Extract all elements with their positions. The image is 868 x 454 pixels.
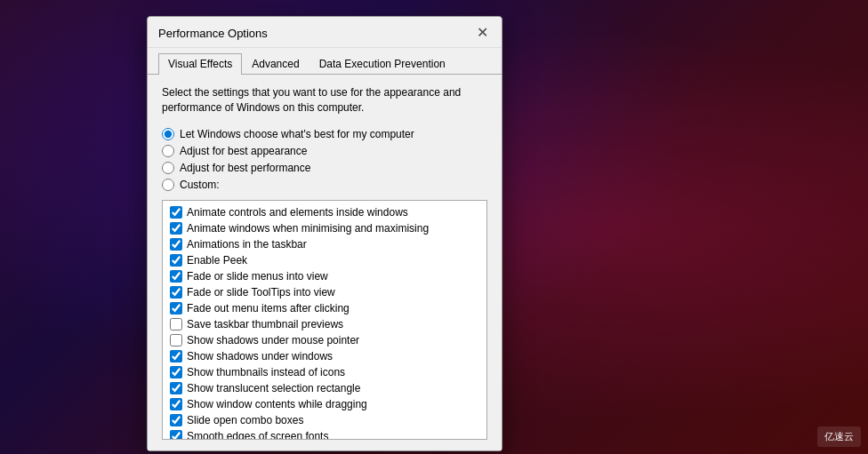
radio-custom-input[interactable] (162, 179, 174, 191)
checkbox-fade-menus-label: Fade or slide menus into view (187, 270, 328, 283)
checkbox-shadows-windows-input[interactable] (170, 350, 182, 362)
radio-let-windows-input[interactable] (162, 128, 174, 140)
checkbox-shadows-windows-label: Show shadows under windows (187, 350, 333, 362)
checkbox-enable-peek-input[interactable] (170, 254, 182, 267)
radio-let-windows[interactable]: Let Windows choose what's best for my co… (162, 128, 487, 140)
checkbox-animations-taskbar-input[interactable] (170, 238, 182, 251)
checkbox-smooth-fonts[interactable]: Smooth edges of screen fonts (163, 428, 486, 440)
checkbox-shadows-pointer[interactable]: Show shadows under mouse pointer (163, 332, 486, 348)
checkbox-fade-tooltips-input[interactable] (170, 286, 182, 299)
checkbox-shadows-windows[interactable]: Show shadows under windows (163, 348, 486, 364)
tab-content: Select the settings that you want to use… (148, 75, 502, 450)
checkbox-slide-combo-input[interactable] (170, 414, 182, 426)
checkbox-slide-combo-label: Slide open combo boxes (187, 414, 303, 426)
tab-advanced[interactable]: Advanced (242, 53, 309, 75)
checkbox-shadows-pointer-input[interactable] (170, 334, 182, 346)
checkbox-fade-menus-input[interactable] (170, 270, 182, 283)
checkbox-fade-menu-items-label: Fade out menu items after clicking (187, 302, 350, 315)
radio-custom[interactable]: Custom: (162, 179, 487, 191)
radio-best-appearance[interactable]: Adjust for best appearance (162, 145, 487, 157)
checkbox-taskbar-thumbnails-label: Save taskbar thumbnail previews (187, 318, 343, 331)
checkbox-animate-windows[interactable]: Animate windows when minimising and maxi… (163, 220, 486, 236)
dialog-title: Performance Options (158, 27, 268, 40)
radio-let-windows-label: Let Windows choose what's best for my co… (180, 128, 414, 140)
checkbox-animate-controls[interactable]: Animate controls and elements inside win… (163, 204, 486, 220)
checkbox-translucent-selection-input[interactable] (170, 382, 182, 394)
watermark-text: 亿速云 (824, 431, 854, 442)
checkbox-taskbar-thumbnails-input[interactable] (170, 318, 182, 331)
radio-group: Let Windows choose what's best for my co… (162, 128, 487, 191)
checkbox-animations-taskbar[interactable]: Animations in the taskbar (163, 236, 486, 252)
tab-strip: Visual Effects Advanced Data Execution P… (148, 48, 502, 75)
radio-custom-label: Custom: (180, 179, 220, 191)
radio-best-performance-label: Adjust for best performance (180, 162, 310, 174)
checkbox-slide-combo[interactable]: Slide open combo boxes (163, 412, 486, 428)
tab-data-execution[interactable]: Data Execution Prevention (309, 53, 455, 75)
watermark: 亿速云 (817, 426, 861, 447)
checkbox-window-contents-drag-input[interactable] (170, 398, 182, 410)
checkbox-translucent-selection[interactable]: Show translucent selection rectangle (163, 380, 486, 396)
checkbox-translucent-selection-label: Show translucent selection rectangle (187, 382, 360, 394)
checkbox-fade-menu-items[interactable]: Fade out menu items after clicking (163, 300, 486, 316)
description-text: Select the settings that you want to use… (162, 85, 487, 115)
checkbox-enable-peek[interactable]: Enable Peek (163, 252, 486, 268)
checkbox-animate-controls-input[interactable] (170, 206, 182, 219)
checkbox-thumbnails-icons[interactable]: Show thumbnails instead of icons (163, 364, 486, 380)
checkbox-animations-taskbar-label: Animations in the taskbar (187, 238, 307, 251)
checkbox-taskbar-thumbnails[interactable]: Save taskbar thumbnail previews (163, 316, 486, 332)
checkbox-fade-menus[interactable]: Fade or slide menus into view (163, 268, 486, 284)
close-button[interactable]: ✕ (473, 24, 491, 42)
checkbox-thumbnails-icons-input[interactable] (170, 366, 182, 378)
radio-best-performance-input[interactable] (162, 162, 174, 174)
checkbox-list[interactable]: Animate controls and elements inside win… (162, 200, 487, 440)
checkbox-animate-windows-label: Animate windows when minimising and maxi… (187, 222, 429, 235)
title-bar: Performance Options ✕ (148, 17, 502, 48)
radio-best-appearance-label: Adjust for best appearance (180, 145, 307, 157)
checkbox-shadows-pointer-label: Show shadows under mouse pointer (187, 334, 359, 346)
performance-options-dialog: Performance Options ✕ Visual Effects Adv… (147, 16, 502, 451)
checkbox-animate-windows-input[interactable] (170, 222, 182, 235)
checkbox-animate-controls-label: Animate controls and elements inside win… (187, 206, 408, 219)
tab-visual-effects[interactable]: Visual Effects (158, 53, 242, 75)
checkbox-window-contents-drag-label: Show window contents while dragging (187, 398, 367, 410)
checkbox-window-contents-drag[interactable]: Show window contents while dragging (163, 396, 486, 412)
checkbox-thumbnails-icons-label: Show thumbnails instead of icons (187, 366, 345, 378)
checkbox-fade-menu-items-input[interactable] (170, 302, 182, 315)
checkbox-smooth-fonts-label: Smooth edges of screen fonts (187, 430, 328, 440)
checkbox-enable-peek-label: Enable Peek (187, 254, 247, 267)
radio-best-appearance-input[interactable] (162, 145, 174, 157)
checkbox-fade-tooltips[interactable]: Fade or slide ToolTips into view (163, 284, 486, 300)
radio-best-performance[interactable]: Adjust for best performance (162, 162, 487, 174)
checkbox-smooth-fonts-input[interactable] (170, 430, 182, 440)
checkbox-fade-tooltips-label: Fade or slide ToolTips into view (187, 286, 335, 299)
